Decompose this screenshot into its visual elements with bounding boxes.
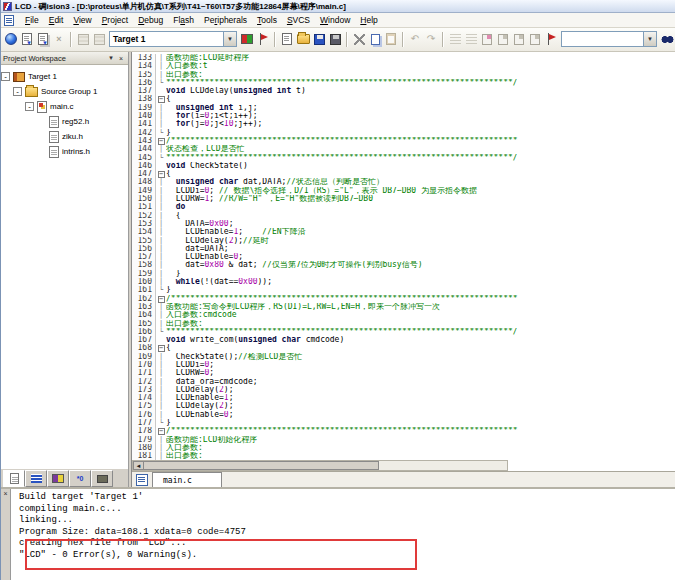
output-side-strip[interactable]: × bbox=[1, 489, 11, 580]
fold-marker: └ bbox=[156, 419, 166, 427]
scroll-left-icon[interactable]: ◄ bbox=[133, 461, 144, 470]
fold-marker: │ bbox=[156, 245, 166, 253]
line-number: 152 bbox=[132, 212, 156, 220]
fold-marker: │ bbox=[156, 195, 166, 203]
manage-components-icon[interactable] bbox=[240, 32, 255, 46]
menu-svcs[interactable]: SVCS bbox=[282, 14, 315, 26]
menu-file[interactable]: File bbox=[20, 14, 44, 26]
menu-debug[interactable]: Debug bbox=[133, 14, 168, 26]
find-icon[interactable] bbox=[660, 32, 675, 46]
source-text: 函数功能:写命令到LCD程序，RS(DI)=L,RW=L,EN=H，即来一个脉冲… bbox=[166, 303, 675, 311]
next-bookmark-icon[interactable] bbox=[512, 32, 527, 46]
title-bar[interactable]: LCD - 碉ision3 - [D:\proteus\单片机仿真\T系列\T4… bbox=[1, 0, 675, 13]
code-line: 155│ LCDdelay(2);//延时 bbox=[132, 237, 675, 245]
open-file-icon[interactable] bbox=[296, 32, 311, 46]
menu-flash[interactable]: Flash bbox=[168, 14, 199, 26]
tab-files[interactable] bbox=[3, 470, 25, 487]
prev-bookmark-icon[interactable] bbox=[496, 32, 511, 46]
editor-window[interactable]: 133│函数功能:LCD延时程序134│入口参数:t135│出口参数:136└*… bbox=[132, 52, 675, 487]
line-number: 165 bbox=[132, 320, 156, 328]
fold-collapse-icon[interactable]: − bbox=[158, 138, 165, 145]
stop-build-icon[interactable]: × bbox=[52, 32, 67, 46]
file-extensions-icon[interactable] bbox=[256, 32, 271, 46]
scrollbar-thumb[interactable] bbox=[144, 461, 379, 470]
build-target-icon[interactable] bbox=[20, 32, 35, 46]
indent-left-icon[interactable] bbox=[448, 32, 463, 46]
source-text: LCDEnable=0; bbox=[166, 411, 675, 419]
fold-collapse-icon[interactable]: − bbox=[158, 428, 165, 435]
menu-project[interactable]: Project bbox=[97, 14, 133, 26]
line-number: 157 bbox=[132, 253, 156, 261]
workspace-tab-strip: *0 bbox=[1, 468, 128, 487]
line-number: 144 bbox=[132, 145, 156, 153]
fold-marker: │ bbox=[156, 386, 166, 394]
build-output-panel[interactable]: × Build target 'Target 1'compiling main.… bbox=[1, 487, 675, 580]
source-text: 出口参数: bbox=[166, 320, 675, 328]
toolbar: ×Target 1▼↶↷▼←- bbox=[1, 28, 675, 52]
target-options-icon[interactable] bbox=[92, 32, 107, 46]
fold-marker: │ bbox=[156, 261, 166, 269]
output-line: creating hex file from "LCD"... bbox=[19, 538, 675, 550]
paste-icon[interactable] bbox=[384, 32, 399, 46]
copy-icon[interactable] bbox=[368, 32, 383, 46]
source-text: ****************************************… bbox=[166, 328, 675, 336]
new-file-icon[interactable] bbox=[280, 32, 295, 46]
redo-icon[interactable]: ↷ bbox=[424, 32, 439, 46]
tree-item-target-1[interactable]: -Target 1 bbox=[1, 69, 128, 84]
code-line: 147−{ bbox=[132, 170, 675, 178]
expand-icon[interactable]: - bbox=[25, 102, 34, 111]
download-flash-icon[interactable] bbox=[76, 32, 91, 46]
horizontal-scrollbar[interactable]: ◄ bbox=[132, 460, 508, 471]
chevron-down-icon[interactable]: ▼ bbox=[223, 32, 236, 46]
code-editor[interactable]: 133│函数功能:LCD延时程序134│入口参数:t135│出口参数:136└*… bbox=[132, 52, 675, 460]
fold-marker: │ bbox=[156, 253, 166, 261]
chevron-down-icon[interactable]: ▼ bbox=[643, 32, 656, 46]
source-text: ****************************************… bbox=[166, 154, 675, 162]
main-area: Project Workspace ▾ × -Target 1-Source G… bbox=[1, 52, 675, 487]
translate-file-icon[interactable] bbox=[4, 32, 19, 46]
menu-view[interactable]: View bbox=[68, 14, 96, 26]
indent-right-icon[interactable] bbox=[464, 32, 479, 46]
find-in-files-icon[interactable] bbox=[544, 32, 559, 46]
fold-collapse-icon[interactable]: − bbox=[158, 96, 165, 103]
tree-item-reg52-h[interactable]: reg52.h bbox=[1, 114, 128, 129]
tree-item-main-c[interactable]: -main.c bbox=[1, 99, 128, 114]
tab-templates[interactable] bbox=[91, 470, 113, 487]
expand-icon[interactable]: - bbox=[1, 72, 10, 81]
clear-bookmarks-icon[interactable] bbox=[528, 32, 543, 46]
dock-arrow-icon[interactable]: ▾ bbox=[106, 53, 116, 63]
tree-item-ziku-h[interactable]: ziku.h bbox=[1, 129, 128, 144]
menu-edit[interactable]: Edit bbox=[44, 14, 69, 26]
close-icon[interactable]: × bbox=[116, 53, 126, 63]
target-select[interactable]: Target 1▼ bbox=[109, 31, 237, 47]
menu-help[interactable]: Help bbox=[355, 14, 382, 26]
cut-icon[interactable] bbox=[352, 32, 367, 46]
save-file-icon[interactable] bbox=[312, 32, 327, 46]
output-line: linking... bbox=[19, 515, 675, 527]
undo-icon[interactable]: ↶ bbox=[408, 32, 423, 46]
menu-tools[interactable]: Tools bbox=[252, 14, 282, 26]
tab-registers[interactable] bbox=[25, 470, 47, 487]
code-line: 168−{ bbox=[132, 344, 675, 352]
save-all-icon[interactable] bbox=[328, 32, 343, 46]
fold-marker: │ bbox=[156, 278, 166, 286]
tree-item-intrins-h[interactable]: intrins.h bbox=[1, 144, 128, 159]
toggle-bookmark-icon[interactable] bbox=[480, 32, 495, 46]
search-combobox[interactable]: ▼ bbox=[561, 31, 657, 47]
menu-window[interactable]: Window bbox=[315, 14, 355, 26]
tab-functions[interactable]: *0 bbox=[69, 470, 91, 487]
document-system-menu-icon[interactable] bbox=[4, 15, 14, 26]
tab-main-c[interactable]: main.c bbox=[152, 472, 222, 487]
fold-collapse-icon[interactable]: − bbox=[158, 171, 165, 178]
line-number: 141 bbox=[132, 120, 156, 128]
line-number: 176 bbox=[132, 411, 156, 419]
menu-peripherals[interactable]: Peripherals bbox=[199, 14, 252, 26]
source-text: { bbox=[166, 344, 675, 352]
source-text: 出口参数: bbox=[166, 71, 675, 79]
fold-collapse-icon[interactable]: − bbox=[158, 296, 165, 303]
fold-collapse-icon[interactable]: − bbox=[158, 345, 165, 352]
expand-icon[interactable]: - bbox=[13, 87, 22, 96]
tab-books[interactable] bbox=[47, 470, 69, 487]
rebuild-all-icon[interactable] bbox=[36, 32, 51, 46]
tree-item-source-group-1[interactable]: -Source Group 1 bbox=[1, 84, 128, 99]
